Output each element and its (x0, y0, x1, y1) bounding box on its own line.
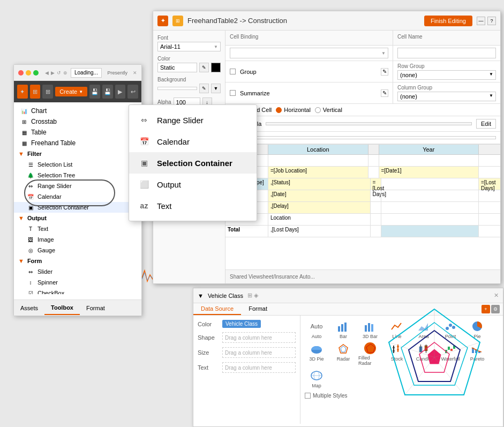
preview-button[interactable]: ▶ (115, 85, 126, 99)
chart-size-field: Size Drag a column here (198, 347, 296, 358)
toolbox-item-gauge[interactable]: ◎ Gauge (14, 245, 141, 256)
horizontal-option[interactable]: Horizontal (276, 107, 311, 113)
grid-cell-r3c4[interactable]: =[Lost Days] (479, 178, 500, 190)
chart-type-filled-radar[interactable]: Filled Radar (358, 342, 382, 366)
output-group[interactable]: ▼ Output (14, 213, 141, 223)
toolbox-item-selection-list[interactable]: ☰ Selection List (14, 159, 141, 170)
save-button[interactable]: 💾 (89, 85, 100, 99)
shape-field-drop[interactable]: Drag a column here (222, 332, 296, 343)
chart-tab-datasource[interactable]: Data Source (193, 303, 241, 315)
toolbox-item-range-slider[interactable]: ⇔ Range Slider (14, 181, 141, 191)
font-select[interactable]: Arial-11 ▼ (157, 42, 221, 51)
vertical-label: Vertical (323, 107, 342, 113)
grid-cell-r2c1[interactable]: =[Job Location] (268, 167, 368, 178)
color-type-select[interactable]: Static (157, 63, 197, 72)
background-color-icon[interactable]: ▼ (211, 84, 221, 93)
color-edit-icon[interactable]: ✎ (199, 63, 209, 72)
chart-settings-button[interactable]: ⚙ (491, 305, 500, 313)
toolbox-item-crosstab[interactable]: ⊞ Crosstab (14, 116, 141, 127)
dropdown-item-text[interactable]: az Text (129, 195, 257, 216)
dropdown-item-range-slider[interactable]: ⇔ Range Slider (129, 109, 257, 131)
filter-group[interactable]: ▼ Filter (14, 148, 141, 159)
chart-type-auto[interactable]: Auto Auto (305, 320, 328, 339)
nav-home-button[interactable]: ✦ (17, 85, 28, 99)
group-edit-icon[interactable]: ✎ (381, 68, 388, 76)
3dbar-chart-icon (362, 320, 378, 333)
toolbox-item-image[interactable]: 🖼 Image (14, 234, 141, 245)
slider-icon: ⇔ (27, 268, 34, 275)
toolbox-item-text[interactable]: T Text (14, 223, 141, 234)
group-checkbox[interactable] (230, 69, 236, 74)
grid-cell-r3c1[interactable]: ,[Status] (268, 178, 371, 190)
finish-editing-button[interactable]: Finish Editing (424, 16, 472, 26)
3dpie-chart-icon (309, 342, 325, 355)
text-input[interactable] (255, 136, 496, 139)
nav-table-button[interactable]: ⊞ (30, 85, 41, 99)
vertical-radio[interactable] (315, 107, 321, 113)
grid-header-location: Location (268, 145, 368, 154)
grid-cell-r3c2[interactable]: =[Lost Days] (371, 178, 381, 190)
toolbox-item-calendar[interactable]: 📅 Calendar (14, 191, 141, 202)
toolbox-item-chart[interactable]: 📊 Chart (14, 106, 141, 116)
grid-cell-r6c1: Location (268, 214, 371, 225)
svg-marker-13 (341, 346, 346, 352)
summarize-edit-icon[interactable]: ✎ (381, 89, 388, 97)
minimize-traffic-light[interactable] (26, 70, 31, 76)
toolbox-item-freehand-table[interactable]: ▦ Freehand Table (14, 138, 141, 148)
maximize-traffic-light[interactable] (33, 70, 39, 76)
chart-tab-format[interactable]: Format (241, 303, 275, 315)
toolbox-item-checkbox[interactable]: ☑ CheckBox (14, 288, 141, 294)
cell-binding-select[interactable]: ▼ (230, 48, 388, 58)
grid-cell-r4c1[interactable]: ,[Date] (268, 190, 371, 201)
grid-cell-r5c1[interactable]: ,[Delay] (268, 202, 371, 213)
color-field-tag[interactable]: Vehicle Class (222, 320, 261, 328)
close-button[interactable]: ? (487, 17, 496, 25)
background-edit-icon[interactable]: ✎ (199, 84, 209, 93)
chart-type-map[interactable]: Map (305, 369, 328, 388)
formula-input[interactable] (266, 122, 472, 125)
summarize-checkbox[interactable] (230, 90, 236, 96)
cell-name-label: Cell Name (393, 31, 500, 45)
dropdown-item-calendar[interactable]: 📅 Calendar (129, 131, 257, 152)
toolbox-item-slider[interactable]: ⇔ Slider (14, 266, 141, 277)
dropdown-item-output[interactable]: ⬜ Output (129, 174, 257, 195)
vertical-option[interactable]: Vertical (315, 107, 342, 113)
grid-cell-r2c3[interactable]: =[Date1] (379, 167, 479, 178)
chart-type-radar[interactable]: Radar (332, 342, 355, 366)
save-as-button[interactable]: 💾 (102, 85, 113, 99)
row-group-select[interactable]: (none) ▼ (397, 70, 496, 80)
dropdown-selection-container-label: Selection Container (157, 159, 232, 168)
create-button[interactable]: Create ▼ (55, 87, 87, 96)
minimize-button[interactable]: — (477, 17, 485, 25)
chart-type-3dbar[interactable]: 3D Bar (358, 320, 382, 339)
chart-close-icon[interactable]: ✕ (494, 292, 499, 299)
address-bar[interactable]: Loading... (71, 68, 102, 78)
close-traffic-light[interactable] (18, 70, 24, 76)
toolbox-item-table[interactable]: ▦ Table (14, 127, 141, 138)
chart-type-3dpie[interactable]: 3D Pie (305, 342, 328, 366)
multiple-styles-checkbox[interactable] (305, 393, 311, 399)
background-select[interactable] (157, 87, 197, 90)
toolbox-item-selection-tree[interactable]: 🌲 Selection Tree (14, 170, 141, 181)
cell-name-input[interactable] (397, 48, 496, 58)
formula-edit-button[interactable]: Edit (476, 119, 496, 129)
footer-tab-assets[interactable]: Assets (14, 302, 44, 314)
color-swatch[interactable] (211, 63, 221, 72)
horizontal-radio[interactable] (276, 107, 282, 113)
browser-close-icon[interactable]: ✕ (133, 70, 137, 76)
toolbox-item-spinner[interactable]: ↕ Spinner (14, 277, 141, 288)
nav-grid-button[interactable]: ⊞ (42, 85, 53, 99)
color-property: Color Static ✎ (157, 56, 221, 72)
chart-type-bar[interactable]: Bar (332, 320, 355, 339)
text-field-drop[interactable]: Drag a column here (222, 362, 296, 373)
form-group[interactable]: ▼ Form (14, 256, 141, 266)
grid-header-year: Year (379, 145, 479, 154)
footer-tab-format[interactable]: Format (80, 302, 111, 314)
footer-tab-toolbox[interactable]: Toolbox (44, 301, 80, 315)
dropdown-selection-container-icon: ▣ (138, 156, 151, 169)
undo-button[interactable]: ↩ (127, 85, 138, 99)
dropdown-item-selection-container[interactable]: ▣ Selection Container (129, 152, 257, 174)
column-group-select[interactable]: (none) ▼ (397, 92, 496, 101)
toolbox-item-selection-container[interactable]: ▣ Selection Container (14, 202, 141, 213)
size-field-drop[interactable]: Drag a column here (222, 347, 296, 358)
